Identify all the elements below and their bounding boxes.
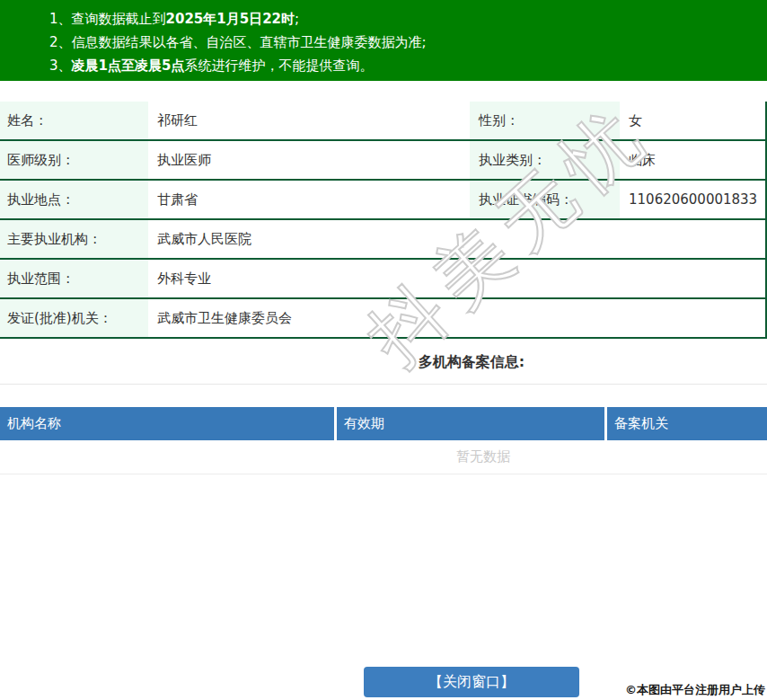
filing-table-header: 机构名称 有效期 备案机关: [0, 407, 767, 440]
certificate-number-label: 执业证书编码：: [470, 181, 620, 218]
table-row: 执业范围： 外科专业: [0, 260, 765, 299]
name-label: 姓名：: [0, 102, 148, 139]
column-header-filing-authority: 备案机关: [607, 407, 767, 440]
column-header-institution-name: 机构名称: [0, 407, 334, 440]
notice-line-2: 2、信息数据结果以各省、自治区、直辖市卫生健康委数据为准;: [49, 31, 767, 54]
notice-text: ;: [295, 11, 299, 27]
issuing-authority-value: 武威市卫生健康委员会: [148, 310, 765, 327]
practice-scope-value: 外科专业: [148, 270, 765, 288]
no-data-message: 暂无数据: [0, 440, 767, 474]
license-info-table: 姓名： 祁研红 性别： 女 医师级别： 执业医师 执业类别： 临床 执业地点： …: [0, 102, 767, 339]
table-row: 发证(批准)机关： 武威市卫生健康委员会: [0, 299, 765, 339]
practice-scope-label: 执业范围：: [0, 260, 148, 297]
main-institution-value: 武威市人民医院: [148, 231, 765, 248]
column-header-validity-period: 有效期: [337, 407, 604, 440]
practice-location-label: 执业地点：: [0, 181, 148, 218]
notice-bold-text: 2025年1月5日22时: [166, 11, 295, 27]
multi-institution-section-title: 多机构备案信息:: [0, 352, 767, 372]
notice-banner: 1、查询数据截止到2025年1月5日22时; 2、信息数据结果以各省、自治区、直…: [0, 0, 767, 81]
close-window-button[interactable]: 【关闭窗口】: [364, 667, 579, 697]
notice-line-1: 1、查询数据截止到2025年1月5日22时;: [49, 7, 767, 31]
notice-text: 2、信息数据结果以各省、自治区、直辖市卫生健康委数据为准;: [49, 34, 427, 50]
practice-location-value: 甘肃省: [148, 191, 470, 208]
table-row: 执业地点： 甘肃省 执业证书编码： 110620600001833: [0, 181, 765, 220]
name-value: 祁研红: [148, 112, 470, 129]
gender-value: 女: [620, 112, 765, 129]
notice-text: 3、: [49, 58, 72, 74]
issuing-authority-label: 发证(批准)机关：: [0, 299, 148, 337]
notice-bold-text: 凌晨1点至凌晨5点: [72, 58, 185, 74]
table-row: 医师级别： 执业医师 执业类别： 临床: [0, 141, 765, 181]
certificate-number-value: 110620600001833: [620, 191, 765, 208]
doctor-level-value: 执业医师: [148, 152, 470, 169]
gender-label: 性别：: [470, 102, 620, 139]
practice-category-value: 临床: [620, 152, 765, 169]
main-institution-label: 主要执业机构：: [0, 220, 148, 258]
practice-category-label: 执业类别：: [470, 141, 620, 179]
notice-text: 系统进行维护，不能提供查询。: [184, 58, 373, 74]
notice-line-3: 3、凌晨1点至凌晨5点系统进行维护，不能提供查询。: [49, 54, 767, 77]
table-row: 主要执业机构： 武威市人民医院: [0, 220, 765, 260]
divider: [0, 384, 767, 385]
upload-stamp-text: ©本图由平台注册用户上传: [625, 682, 765, 698]
doctor-level-label: 医师级别：: [0, 141, 148, 179]
table-row: 姓名： 祁研红 性别： 女: [0, 102, 765, 141]
notice-text: 1、查询数据截止到: [49, 11, 166, 27]
